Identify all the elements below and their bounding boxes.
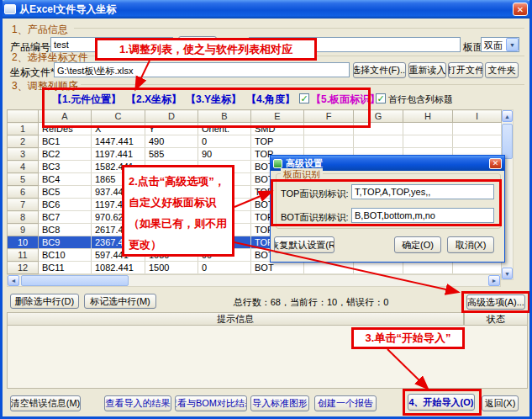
info-column-header[interactable]: 提示信息 [7,312,464,326]
vertical-scroll-thumb[interactable] [502,124,513,159]
column-letter[interactable]: F [304,110,354,123]
first-row-header-checkbox[interactable]: ✓ [376,93,386,103]
column-letters-row[interactable]: ACDBEFGHI [8,110,502,123]
scroll-right-icon[interactable]: ► [488,275,500,286]
data-cell[interactable]: 585 [145,148,198,161]
column-letter[interactable]: I [453,110,502,123]
map-label-position[interactable]: 【1.元件位置】 [52,93,121,107]
coordinate-file-input[interactable]: G:\test板\坐标.xlsx [54,62,350,77]
row-number-cell[interactable]: 4 [8,161,39,173]
create-report-button[interactable]: 创建一个报告 [314,395,377,411]
data-cell[interactable] [354,262,403,274]
data-cell[interactable] [453,123,502,135]
data-cell[interactable]: 0 [198,262,251,274]
data-cell[interactable]: RefDes [39,123,92,135]
map-label-board-mark[interactable]: 【5.板面标识】 [311,93,380,107]
data-cell[interactable]: 1082.441 [92,262,145,274]
row-number-cell[interactable]: 3 [8,148,39,161]
row-number-cell[interactable]: 12 [8,262,39,274]
data-cell[interactable]: SMD [251,123,304,135]
data-cell[interactable] [403,262,453,274]
column-letter[interactable]: D [145,110,198,123]
map-label-x[interactable]: 【2.X坐标】 [126,93,182,107]
table-row[interactable]: 1RefDesXYOrient.SMD [8,123,502,135]
map-label-angle[interactable]: 【4.角度】 [246,93,295,107]
row-number-cell[interactable]: 1 [8,123,39,135]
data-cell[interactable]: Y [145,123,198,135]
status-column-header[interactable]: 状态 [464,312,528,326]
data-cell[interactable]: BC8 [39,224,92,236]
mark-selected-rows-button[interactable]: 标记选中行(M) [84,294,156,309]
data-cell[interactable]: BC10 [39,249,92,262]
data-cell[interactable] [403,135,453,148]
cancel-button[interactable]: 取消(X) [447,236,494,253]
row-number-cell[interactable]: 9 [8,224,39,236]
top-mark-input[interactable]: T,TOP,A,TOP,yes,, [351,184,494,199]
open-file-button[interactable]: 打开文件 [448,62,483,78]
data-cell[interactable] [304,123,354,135]
back-button[interactable]: 返回(X) [482,395,519,411]
column-letter[interactable]: C [92,110,145,123]
data-cell[interactable]: BC11 [39,262,92,274]
data-cell[interactable]: 0 [198,135,251,148]
folder-button[interactable]: 文件夹 [485,62,519,78]
data-cell[interactable]: 490 [145,135,198,148]
data-cell[interactable]: BOT [251,262,304,274]
data-cell[interactable]: BC6 [39,199,92,211]
data-cell[interactable] [304,262,354,274]
data-cell[interactable] [403,123,453,135]
table-row[interactable]: 12BC111082.44115000BOT [8,262,502,274]
data-cell[interactable]: BC9 [39,236,92,249]
column-letter[interactable]: G [354,110,403,123]
data-cell[interactable]: BC5 [39,186,92,199]
row-number-cell[interactable]: 10 [8,236,39,249]
column-letter[interactable]: E [251,110,304,123]
data-cell[interactable]: Orient. [198,123,251,135]
chevron-down-icon[interactable]: ▼ [506,38,519,51]
data-cell[interactable]: BC4 [39,173,92,186]
row-number-cell[interactable]: 8 [8,211,39,224]
map-label-y[interactable]: 【3.Y坐标】 [186,93,241,107]
dialog-close-icon[interactable]: ✕ [489,158,502,169]
board-mark-checkbox[interactable]: ✓ [299,93,309,103]
clear-errors-button[interactable]: 清空错误信息(M) [10,395,81,411]
data-cell[interactable] [453,135,502,148]
column-letter[interactable]: H [403,110,453,123]
data-cell[interactable] [304,135,354,148]
data-cell[interactable]: BC3 [39,161,92,173]
start-import-button[interactable]: 4、开始导入(O) [408,394,475,411]
view-import-result-button[interactable]: 查看导入的结果 [104,395,171,411]
data-cell[interactable]: TOP [251,135,304,148]
advanced-options-button[interactable]: 高级选项(A)... [466,294,525,310]
restore-defaults-button[interactable]: 恢复默认设置(R) [274,236,334,253]
data-cell[interactable] [354,135,403,148]
horizontal-scrollbar[interactable]: ◄ ► [7,274,501,287]
data-cell[interactable]: 1500 [145,262,198,274]
close-icon[interactable]: ✕ [513,3,528,16]
data-cell[interactable]: X [92,123,145,135]
row-number-cell[interactable]: 2 [8,135,39,148]
column-letter[interactable]: A [39,110,92,123]
choose-file-button[interactable]: 选择文件(F)... [353,62,406,78]
data-cell[interactable]: 1197.441 [92,148,145,161]
data-cell[interactable]: BC1 [39,135,92,148]
row-number-cell[interactable]: 11 [8,249,39,262]
ok-button[interactable]: 确定(O) [394,236,441,253]
scroll-left-icon[interactable]: ◄ [8,275,19,286]
data-cell[interactable] [453,262,502,274]
data-cell[interactable] [354,123,403,135]
row-number-cell[interactable]: 7 [8,199,39,211]
horizontal-scroll-thumb[interactable] [21,275,129,286]
delete-selected-rows-button[interactable]: 删除选中行(D) [10,294,79,309]
data-cell[interactable]: 90 [198,148,251,161]
view-bom-compare-button[interactable]: 查看与BOM对比结果 [175,395,247,411]
table-row[interactable]: 2BC11447.4414900TOP [8,135,502,148]
column-letter[interactable]: B [198,110,251,123]
scroll-down-icon[interactable]: ▼ [502,268,513,279]
row-number-cell[interactable]: 6 [8,186,39,199]
data-cell[interactable]: BC7 [39,211,92,224]
bot-mark-input[interactable]: B,BOT,bottom,m,no [351,208,494,223]
row-number-cell[interactable]: 5 [8,173,39,186]
scroll-up-icon[interactable]: ▲ [502,110,513,122]
data-cell[interactable]: 1447.441 [92,135,145,148]
